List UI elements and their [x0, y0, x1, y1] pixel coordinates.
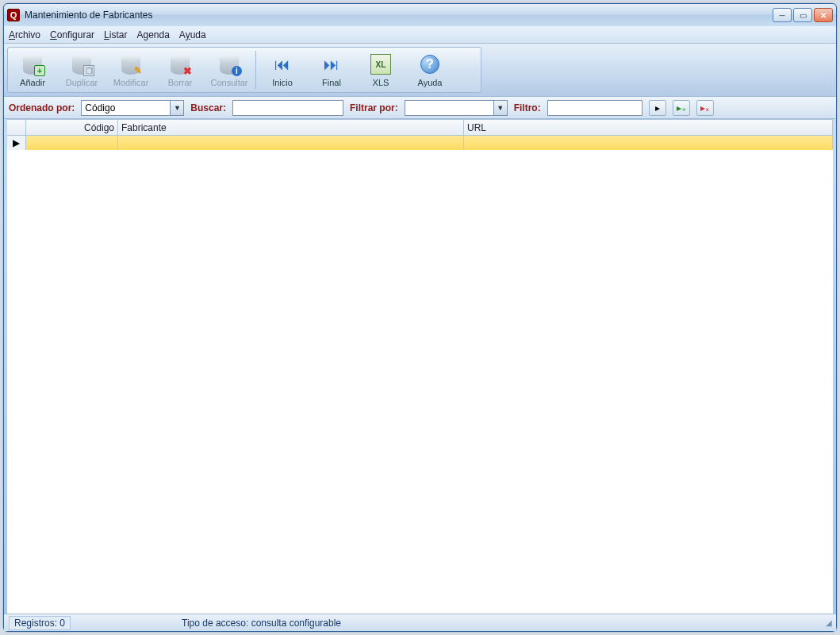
toolbar-separator — [255, 51, 256, 89]
filter-input[interactable] — [547, 100, 642, 116]
last-icon: ⏭ — [320, 52, 343, 76]
xls-icon: XL — [369, 52, 393, 76]
database-copy-icon: ❐ — [70, 52, 94, 76]
first-button[interactable]: ⏮ Inicio — [258, 48, 307, 92]
delete-label: Borrar — [168, 78, 193, 87]
minimize-button[interactable]: ─ — [773, 8, 792, 22]
close-button[interactable]: ✕ — [814, 8, 833, 22]
status-access: Tipo de acceso: consulta configurable — [182, 618, 341, 629]
filter-add-button[interactable]: ▸₊ — [673, 100, 690, 116]
modify-button[interactable]: ✎ Modificar — [106, 48, 155, 92]
duplicate-button[interactable]: ❐ Duplicar — [57, 48, 106, 92]
help-label: Ayuda — [418, 78, 443, 87]
window-title: Mantenimiento de Fabricantes — [25, 10, 773, 21]
help-icon: ? — [418, 52, 442, 76]
row-marker-header[interactable] — [7, 120, 26, 135]
titlebar: Q Mantenimiento de Fabricantes ─ ▭ ✕ — [4, 4, 836, 26]
grid-body[interactable]: ▶ — [7, 136, 833, 614]
duplicate-label: Duplicar — [66, 78, 98, 87]
menu-listar[interactable]: Listar — [104, 29, 127, 40]
sort-value: Código — [85, 102, 115, 114]
xls-button[interactable]: XL XLS — [356, 48, 405, 92]
last-button[interactable]: ⏭ Final — [307, 48, 356, 92]
col-fabricante[interactable]: Fabricante — [118, 120, 464, 135]
col-codigo[interactable]: Código — [26, 120, 118, 135]
add-button[interactable]: + Añadir — [8, 48, 57, 92]
filterby-label: Filtrar por: — [350, 102, 398, 114]
filter-label: Filtro: — [514, 102, 541, 114]
consult-button[interactable]: i Consultar — [205, 48, 254, 92]
database-delete-icon: ✖ — [168, 52, 192, 76]
funnel-icon: ▸ — [655, 102, 660, 114]
menu-ayuda[interactable]: Ayuda — [179, 29, 206, 40]
cell-url — [464, 136, 833, 150]
sort-combo[interactable]: Código ▼ — [81, 100, 184, 116]
maximize-button[interactable]: ▭ — [793, 8, 812, 22]
search-input[interactable] — [232, 100, 343, 116]
row-marker-icon: ▶ — [7, 136, 26, 150]
modify-label: Modificar — [113, 78, 149, 87]
statusbar: Registros: 0 Tipo de acceso: consulta co… — [4, 614, 836, 631]
menu-archivo[interactable]: AArchivorchivo — [9, 29, 40, 40]
delete-button[interactable]: ✖ Borrar — [155, 48, 205, 92]
chevron-down-icon: ▼ — [493, 101, 507, 115]
minimize-icon: ─ — [779, 11, 784, 20]
app-window: Q Mantenimiento de Fabricantes ─ ▭ ✕ AAr… — [3, 3, 837, 632]
database-pencil-icon: ✎ — [119, 52, 143, 76]
menu-agenda[interactable]: Agenda — [136, 29, 169, 40]
filter-apply-button[interactable]: ▸ — [649, 100, 666, 116]
filterby-combo[interactable]: ▼ — [405, 100, 508, 116]
sort-label: Ordenado por: — [9, 102, 75, 114]
menubar: AArchivorchivo Configurar Listar Agenda … — [4, 26, 836, 44]
chevron-down-icon: ▼ — [170, 101, 183, 115]
last-label: Final — [322, 78, 341, 87]
status-records: Registros: 0 — [9, 616, 71, 630]
xls-label: XLS — [373, 78, 389, 87]
grid-area: Código Fabricante URL ▶ — [7, 119, 833, 614]
grid-header: Código Fabricante URL — [7, 120, 833, 136]
consult-label: Consultar — [210, 78, 247, 87]
toolbar: + Añadir ❐ Duplicar ✎ Modificar ✖ Borrar… — [7, 47, 481, 93]
funnel-clear-icon: ▸ₓ — [700, 102, 709, 114]
database-info-icon: i — [217, 52, 241, 76]
search-label: Buscar: — [190, 102, 226, 114]
table-row[interactable]: ▶ — [7, 136, 833, 150]
database-plus-icon: + — [21, 52, 44, 76]
funnel-plus-icon: ▸₊ — [677, 102, 686, 114]
first-icon: ⏮ — [270, 52, 294, 76]
maximize-icon: ▭ — [800, 11, 807, 20]
close-icon: ✕ — [820, 11, 827, 20]
menu-configurar[interactable]: Configurar — [50, 29, 94, 40]
app-icon: Q — [7, 9, 20, 21]
filter-bar: Ordenado por: Código ▼ Buscar: Filtrar p… — [4, 97, 836, 119]
filter-clear-button[interactable]: ▸ₓ — [696, 100, 714, 116]
help-button[interactable]: ? Ayuda — [405, 48, 455, 92]
resize-grip-icon[interactable]: ◢ — [826, 618, 831, 627]
cell-fabricante — [118, 136, 464, 150]
first-label: Inicio — [272, 78, 293, 87]
add-label: Añadir — [20, 78, 45, 87]
col-url[interactable]: URL — [464, 120, 833, 135]
toolbar-container: + Añadir ❐ Duplicar ✎ Modificar ✖ Borrar… — [4, 44, 836, 97]
cell-codigo — [26, 136, 118, 150]
window-controls: ─ ▭ ✕ — [773, 8, 833, 22]
